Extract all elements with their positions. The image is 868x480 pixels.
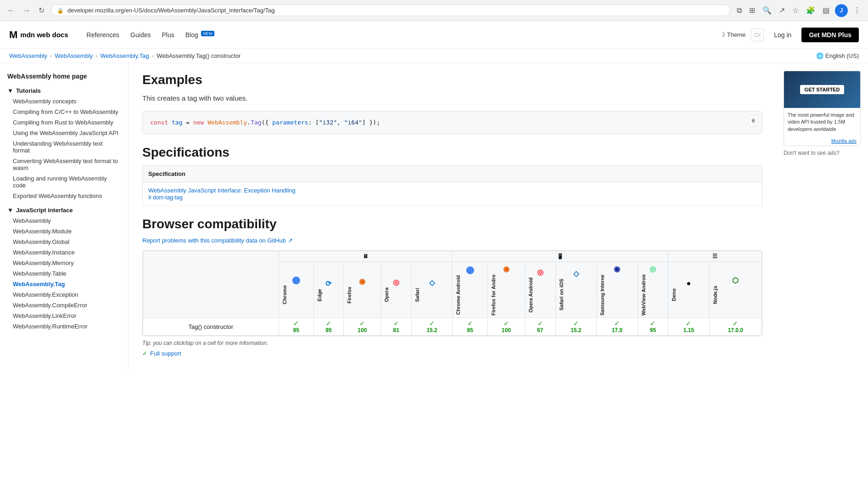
sidebar: WebAssembly home page ▼ Tutorials WebAss… (0, 63, 129, 371)
sidebar-item-compile-rust[interactable]: Compiling from Rust to WebAssembly (0, 117, 128, 128)
breadcrumb-webassembly-1[interactable]: WebAssembly (9, 52, 47, 59)
webview-check: ✓ (650, 320, 655, 327)
compat-tip: Tip: you can click/tap on a cell for mor… (142, 340, 762, 346)
theme-label: Theme (727, 31, 745, 38)
sidebar-item-global[interactable]: WebAssembly.Global (0, 237, 128, 247)
breadcrumb-tag[interactable]: WebAssembly.Tag (100, 52, 149, 59)
spec-row: WebAssembly JavaScript Interface: Except… (143, 182, 762, 206)
browser-chrome-header: ⬤ Chrome (279, 262, 314, 318)
sidebar-item-table[interactable]: WebAssembly.Table (0, 268, 128, 279)
search-button[interactable]: □ / (751, 28, 764, 41)
sidebar-item-exported[interactable]: Exported WebAssembly functions (0, 191, 128, 201)
nav-plus[interactable]: Plus (157, 28, 179, 41)
edge-check: ✓ (326, 320, 331, 327)
login-link[interactable]: Log in (769, 28, 796, 41)
bookmark-button[interactable]: ☆ (790, 5, 801, 16)
compat-table-wrapper: 🖥 📱 ☰ (142, 250, 762, 336)
nodejs-compat[interactable]: ✓ 17.0.0 (709, 318, 762, 336)
sidebar-item-compile-c[interactable]: Compiling from C/C++ to WebAssembly (0, 107, 128, 117)
no-ads-link[interactable]: Don't want to see ads? (784, 150, 861, 156)
samsung-compat[interactable]: ✓ 17.0 (597, 318, 638, 336)
opera-android-compat[interactable]: ✓ 67 (525, 318, 556, 336)
opera-android-check: ✓ (538, 320, 543, 327)
sidebar-item-memory[interactable]: WebAssembly.Memory (0, 258, 128, 268)
sidebar-item-runtime-error[interactable]: WebAssembly.RuntimeError (0, 321, 128, 332)
compat-section: Report problems with this compatibility … (142, 237, 762, 357)
firefox-android-icon: ◉ (491, 265, 522, 273)
nav-guides[interactable]: Guides (126, 28, 155, 41)
logo-text: mdn web docs (20, 31, 68, 39)
tutorials-label: Tutorials (16, 87, 41, 94)
sidebar-item-module[interactable]: WebAssembly.Module (0, 226, 128, 237)
chrome-icon: ⬤ (282, 276, 311, 284)
browser-opera-header: ◎ Opera (381, 262, 412, 318)
forward-button[interactable]: → (21, 5, 32, 17)
full-support-link[interactable]: Full support (150, 350, 181, 357)
ad-cta-button[interactable]: GET STARTED (800, 85, 845, 94)
sidebar-js-interface-toggle[interactable]: ▼ JavaScript interface (0, 205, 128, 215)
safari-ios-check: ✓ (573, 320, 579, 327)
chrome-label: Chrome (282, 285, 287, 305)
address-bar[interactable]: 🔒 developer.mozilla.org/en-US/docs/WebAs… (51, 5, 730, 16)
sidebar-item-exception[interactable]: WebAssembly.Exception (0, 289, 128, 300)
get-mdn-button[interactable]: Get MDN Plus (801, 28, 859, 42)
copy-code-button[interactable]: ⎘ (749, 115, 758, 126)
sidebar-item-instance[interactable]: WebAssembly.Instance (0, 247, 128, 258)
user-avatar[interactable]: J (835, 4, 848, 17)
safari-compat[interactable]: ✓ 15.2 (411, 318, 453, 336)
nav-blog[interactable]: Blog NEW (181, 28, 219, 41)
lock-icon: 🔒 (57, 7, 64, 14)
spec-link[interactable]: WebAssembly JavaScript Interface: Except… (148, 187, 756, 194)
sidebar-item-wasm-concepts[interactable]: WebAssembly concepts (0, 96, 128, 107)
breadcrumb: WebAssembly › WebAssembly › WebAssembly.… (0, 49, 868, 63)
sidebar-item-text-format[interactable]: Understanding WebAssembly text format (0, 138, 128, 156)
reload-button[interactable]: ↻ (37, 4, 46, 17)
sidebar-button[interactable]: ▤ (821, 5, 831, 16)
sidebar-item-webassembly[interactable]: WebAssembly (0, 215, 128, 226)
language-selector[interactable]: 🌐 English (US) (816, 52, 859, 59)
mobile-icon: 📱 (557, 253, 564, 260)
sidebar-section-js-interface: ▼ JavaScript interface WebAssembly WebAs… (0, 205, 128, 332)
firefox-android-compat[interactable]: ✓ 100 (487, 318, 525, 336)
search-page-button[interactable]: 🔍 (761, 5, 773, 16)
ad-mozilla-link[interactable]: Mozilla ads (784, 136, 860, 146)
webview-label: WebView Android (641, 274, 646, 316)
opera-compat[interactable]: ✓ 81 (381, 318, 412, 336)
ad-box: GET STARTED The most powerful image and … (784, 71, 861, 146)
sidebar-item-compile-error[interactable]: WebAssembly.CompileError (0, 300, 128, 311)
deno-label: Deno (671, 288, 677, 301)
nav-references[interactable]: References (82, 28, 124, 41)
chrome-compat[interactable]: ✓ 95 (279, 318, 314, 336)
open-tab-button[interactable]: ⧉ (735, 6, 744, 16)
feature-name: Tag() constructor (189, 323, 234, 330)
mdn-logo[interactable]: M mdn web docs (9, 29, 68, 41)
edge-compat[interactable]: ✓ 95 (314, 318, 343, 336)
firefox-compat[interactable]: ✓ 100 (343, 318, 381, 336)
sidebar-section-tutorials: ▼ Tutorials WebAssembly concepts Compili… (0, 85, 128, 201)
breadcrumb-webassembly-2[interactable]: WebAssembly (55, 52, 93, 59)
sidebar-item-js-api[interactable]: Using the WebAssembly JavaScript API (0, 128, 128, 138)
header-right: ☽ Theme □ / Log in Get MDN Plus (720, 28, 859, 42)
safari-ios-compat[interactable]: ✓ 15.2 (555, 318, 597, 336)
sidebar-item-link-error[interactable]: WebAssembly.LinkError (0, 311, 128, 321)
mobile-group-header: 📱 (453, 251, 668, 262)
extensions-button[interactable]: 🧩 (804, 5, 817, 16)
back-button[interactable]: ← (6, 5, 17, 17)
webview-compat[interactable]: ✓ 95 (638, 318, 668, 336)
menu-button[interactable]: ⋮ (851, 5, 862, 16)
browser-safari-header: ◇ Safari (411, 262, 453, 318)
theme-button[interactable]: ☽ Theme (720, 31, 745, 38)
edge-version: 95 (325, 327, 331, 333)
share-button[interactable]: ↗ (777, 5, 787, 16)
safari-label: Safari (414, 288, 420, 302)
deno-compat[interactable]: ✓ 1.15 (668, 318, 710, 336)
globe-icon: 🌐 (816, 52, 823, 59)
sidebar-item-tag[interactable]: WebAssembly.Tag (0, 279, 128, 289)
sidebar-tutorials-toggle[interactable]: ▼ Tutorials (0, 85, 128, 96)
sidebar-item-convert-wasm[interactable]: Converting WebAssembly text format to wa… (0, 156, 128, 173)
translate-button[interactable]: ⊞ (747, 5, 757, 16)
spec-anchor[interactable]: # dom-tag-tag (148, 194, 183, 201)
sidebar-item-load-run[interactable]: Loading and running WebAssembly code (0, 173, 128, 191)
compat-report-link[interactable]: Report problems with this compatibility … (142, 237, 762, 244)
chrome-android-compat[interactable]: ✓ 95 (453, 318, 487, 336)
